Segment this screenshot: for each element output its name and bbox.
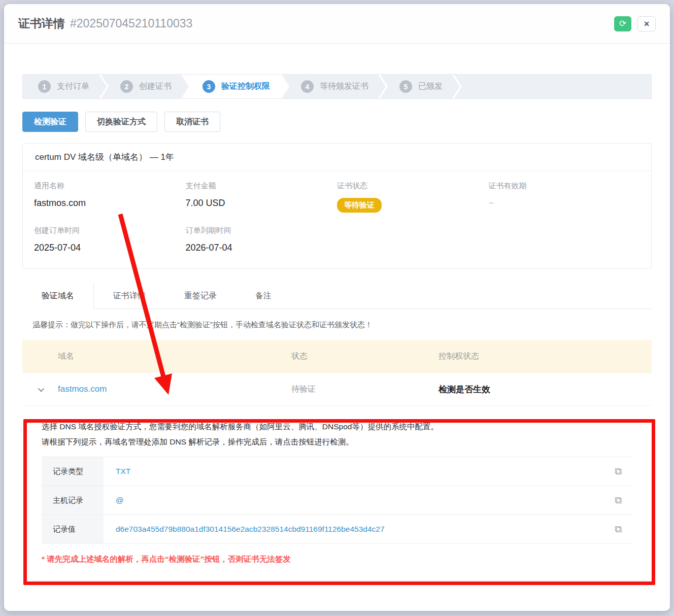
field-value: fastmos.com — [34, 198, 186, 209]
dns-record-label: 记录值 — [42, 515, 104, 543]
field-label: 订单到期时间 — [186, 226, 338, 235]
step-number-badge: 5 — [399, 80, 412, 93]
field-order-created: 创建订单时间 2025-07-04 — [34, 226, 186, 253]
step-wait-issue: 4 等待颁发证书 — [282, 75, 386, 98]
modal-body: 1 支付订单 2 创建证书 3 验证控制权限 4 等待颁发证书 5 已颁发 — [4, 44, 670, 580]
field-value: 2025-07-04 — [34, 243, 186, 253]
field-cert-validity: 证书有效期 ~ — [489, 181, 641, 213]
dns-verification-panel: 选择 DNS 域名授权验证方式，您需要到您的域名解析服务商（如阿里云、腾讯、DN… — [22, 406, 652, 580]
field-order-expiry: 订单到期时间 2026-07-04 — [186, 226, 338, 253]
dns-record-value: d6e703a455d79b880a1df3014156e2acb2328514… — [104, 525, 604, 534]
step-label: 支付订单 — [57, 81, 89, 92]
refresh-icon: ⟳ — [619, 19, 626, 28]
control-status: 检测是否生效 — [439, 384, 652, 395]
notice-text: 温馨提示：做完以下操作后，请不定期点击“检测验证”按钮，手动检查域名验证状态和证… — [22, 309, 652, 340]
field-value: 7.00 USD — [186, 198, 338, 209]
close-icon: ✕ — [644, 20, 650, 28]
certificate-detail-modal: 证书详情 #202507045210110033 ⟳ ✕ 1 支付订单 2 创建… — [4, 4, 670, 611]
certificate-info-card: certum DV 域名级（单域名） — 1年 通用名称 fastmos.com… — [22, 143, 652, 269]
detail-tabs: 验证域名 证书详情 重签记录 备注 — [22, 283, 652, 309]
step-pay-order: 1 支付订单 — [23, 75, 107, 98]
header-domain: 域名 — [58, 351, 291, 362]
close-button[interactable]: ✕ — [637, 16, 656, 31]
header-status: 状态 — [291, 351, 439, 362]
dns-row-record-type: 记录类型 TXT ⧉ — [42, 457, 632, 486]
switch-verification-method-button[interactable]: 切换验证方式 — [85, 112, 157, 132]
dns-record-label: 记录类型 — [42, 457, 104, 486]
tab-cert-details[interactable]: 证书详情 — [94, 283, 165, 309]
dns-intro-line1: 选择 DNS 域名授权验证方式，您需要到您的域名解析服务商（如阿里云、腾讯、DN… — [42, 419, 632, 434]
step-issued: 5 已颁发 — [380, 75, 460, 98]
step-number-badge: 3 — [203, 80, 215, 93]
dns-row-host-record: 主机记录 @ ⧉ — [42, 486, 632, 515]
certificate-fields: 通用名称 fastmos.com 支付金额 7.00 USD 证书状态 等待验证… — [23, 171, 651, 268]
dns-intro-line2: 请根据下列提示，再域名管理处添加 DNS 解析记录，操作完成后，请点击按钮进行检… — [42, 434, 632, 450]
field-label: 证书状态 — [337, 181, 489, 191]
page-title: 证书详情 — [18, 16, 65, 31]
field-label: 证书有效期 — [489, 181, 641, 191]
tab-reissue-records[interactable]: 重签记录 — [165, 283, 236, 309]
table-row: fastmos.com 待验证 检测是否生效 — [22, 373, 652, 406]
dns-record-value: @ — [104, 496, 604, 505]
step-wizard: 1 支付订单 2 创建证书 3 验证控制权限 4 等待颁发证书 5 已颁发 — [22, 74, 652, 99]
step-label: 等待颁发证书 — [320, 81, 368, 92]
dns-warning-text: * 请先完成上述域名的解析，再点击“检测验证”按钮，否则证书无法签发 — [42, 554, 632, 565]
step-create-cert: 2 创建证书 — [101, 75, 189, 98]
dns-record-label: 主机记录 — [42, 486, 104, 515]
domain-status: 待验证 — [291, 384, 439, 395]
modal-header: 证书详情 #202507045210110033 ⟳ ✕ — [4, 4, 670, 44]
expand-cell — [22, 387, 58, 392]
chevron-down-icon[interactable] — [38, 385, 44, 392]
step-label: 创建证书 — [139, 81, 172, 92]
domain-table: 域名 状态 控制权状态 fastmos.com 待验证 检测是否生效 — [22, 340, 652, 406]
header-control-status: 控制权状态 — [439, 351, 652, 362]
dns-record-value: TXT — [104, 467, 604, 476]
step-label: 已颁发 — [418, 81, 443, 92]
order-number: #202507045210110033 — [70, 17, 192, 30]
field-label: 通用名称 — [34, 181, 186, 191]
copy-icon: ⧉ — [615, 495, 622, 505]
tab-verify-domain[interactable]: 验证域名 — [22, 283, 94, 309]
field-value: 2026-07-04 — [186, 243, 338, 253]
header-actions: ⟳ ✕ — [614, 16, 656, 31]
cancel-certificate-button[interactable]: 取消证书 — [164, 112, 220, 132]
check-verification-button[interactable]: 检测验证 — [22, 112, 78, 132]
product-title: certum DV 域名级（单域名） — 1年 — [23, 144, 651, 171]
step-number-badge: 1 — [38, 80, 51, 93]
copy-host-record-button[interactable]: ⧉ — [604, 495, 632, 506]
step-label: 验证控制权限 — [221, 81, 270, 92]
tab-remarks[interactable]: 备注 — [236, 283, 291, 309]
refresh-button[interactable]: ⟳ — [614, 16, 631, 31]
copy-icon: ⧉ — [615, 524, 622, 534]
field-label: 创建订单时间 — [34, 226, 186, 235]
status-badge: 等待验证 — [337, 198, 382, 213]
step-number-badge: 2 — [120, 80, 133, 93]
field-payment-amount: 支付金额 7.00 USD — [186, 181, 338, 213]
field-cert-status: 证书状态 等待验证 — [337, 181, 489, 213]
tabs-filler — [291, 283, 652, 309]
domain-link[interactable]: fastmos.com — [58, 384, 291, 394]
wizard-filler — [454, 75, 651, 98]
copy-record-value-button[interactable]: ⧉ — [604, 524, 632, 535]
copy-icon: ⧉ — [615, 466, 622, 476]
field-common-name: 通用名称 fastmos.com — [34, 181, 186, 213]
copy-record-type-button[interactable]: ⧉ — [604, 466, 632, 477]
dns-record-table: 记录类型 TXT ⧉ 主机记录 @ ⧉ 记录值 d6e703a455d79b88… — [42, 457, 632, 544]
step-number-badge: 4 — [301, 80, 314, 93]
toolbar: 检测验证 切换验证方式 取消证书 — [22, 112, 652, 132]
domain-table-header: 域名 状态 控制权状态 — [22, 340, 652, 373]
dns-row-record-value: 记录值 d6e703a455d79b880a1df3014156e2acb232… — [42, 515, 632, 544]
field-value: ~ — [489, 198, 641, 209]
field-label: 支付金额 — [186, 181, 338, 191]
step-verify-control: 3 验证控制权限 — [183, 75, 287, 98]
